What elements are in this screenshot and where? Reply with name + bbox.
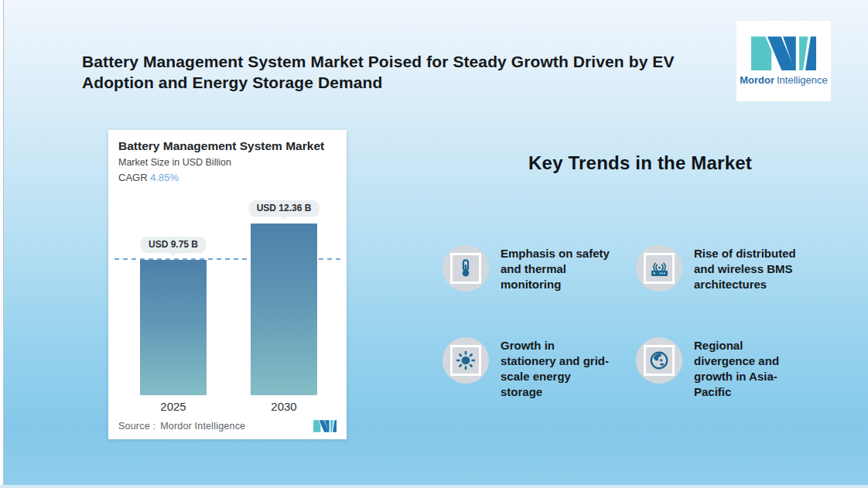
market-chart-card: Battery Management System Market Market … [108, 130, 347, 439]
left-edge-strip [0, 0, 4, 488]
source-value: Mordor Intelligence [160, 421, 245, 432]
chart-footer: Source :Mordor Intelligence [118, 420, 337, 432]
bottom-edge-strip [0, 485, 868, 488]
trend-icon-circle [636, 337, 682, 384]
brand-name-regular: Intelligence [777, 74, 828, 86]
x-axis-label: 2030 [251, 400, 317, 413]
trend-text: Regional divergence and growth in Asia- … [694, 338, 779, 400]
brand-logo-text: MordorIntelligence [740, 74, 828, 86]
bar-group: USD 9.75 B2025 [140, 130, 207, 395]
trend-item-wireless-bms: Rise of distributed and wireless BMS arc… [636, 245, 825, 292]
trend-text: Growth in stationery and grid- scale ene… [501, 338, 609, 400]
trend-icon-circle [636, 245, 682, 292]
key-trends-heading: Key Trends in the Market [437, 152, 843, 174]
source-note: Source :Mordor Intelligence [118, 421, 245, 432]
wireless-router-icon [644, 253, 675, 284]
bar-group: USD 12.36 B2030 [251, 130, 317, 395]
source-label: Source : [118, 421, 155, 432]
trend-item-energy-storage: Growth in stationery and grid- scale ene… [443, 337, 624, 400]
trend-item-safety: Emphasis on safety and thermal monitorin… [443, 245, 624, 292]
mordor-intelligence-logo-icon [751, 36, 816, 70]
bar-plot: USD 9.75 B2025USD 12.36 B2030 [108, 130, 347, 395]
brand-name-bold: Mordor [740, 74, 774, 86]
sun-icon [450, 345, 481, 376]
page-title: Battery Management System Market Poised … [82, 51, 675, 93]
thermometer-icon [450, 253, 481, 284]
trend-text: Rise of distributed and wireless BMS arc… [694, 246, 796, 292]
bar-value-label: USD 9.75 B [141, 237, 206, 252]
trend-icon-circle [443, 245, 489, 292]
trend-icon-circle [443, 337, 489, 384]
bar-2030 [251, 224, 317, 395]
brand-logo: MordorIntelligence [736, 21, 831, 101]
trend-text: Emphasis on safety and thermal monitorin… [501, 246, 610, 292]
trend-item-asia-pacific: Regional divergence and growth in Asia- … [636, 337, 825, 400]
x-axis-label: 2025 [140, 400, 207, 413]
infographic-canvas: Battery Management System Market Poised … [0, 0, 868, 488]
bar-value-label: USD 12.36 B [249, 200, 320, 216]
bar-2025 [140, 260, 207, 395]
globe-icon [644, 345, 675, 376]
mordor-mini-logo-icon [313, 420, 337, 432]
